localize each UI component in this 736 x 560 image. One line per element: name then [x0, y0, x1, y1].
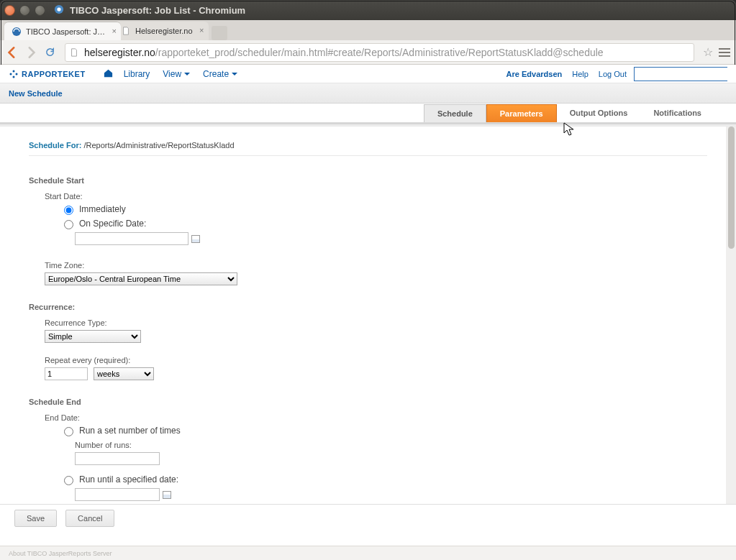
svg-point-6 [16, 73, 18, 75]
bookmark-star-icon[interactable]: ☆ [703, 45, 713, 59]
menu-view[interactable]: View [163, 69, 190, 79]
tab-close-icon[interactable]: × [112, 27, 117, 35]
tab-close-icon[interactable]: × [199, 26, 204, 35]
repeat-every-label: Repeat every (required): [45, 356, 707, 364]
home-icon[interactable] [103, 68, 114, 81]
help-link[interactable]: Help [572, 70, 589, 78]
cancel-button[interactable]: Cancel [65, 510, 114, 527]
radio-set-number[interactable] [64, 427, 73, 436]
logout-link[interactable]: Log Out [599, 70, 627, 78]
calendar-icon[interactable] [163, 491, 171, 499]
search-input[interactable] [635, 68, 736, 81]
scrollbar-track[interactable] [726, 127, 736, 517]
app-page: RAPPORTEKET Library View Create Are Edva… [0, 65, 736, 546]
svg-point-3 [10, 73, 12, 75]
option-immediately-label: Immediately [79, 204, 126, 214]
url-host: helseregister.no [84, 47, 155, 58]
timezone-label: Time Zone: [45, 261, 707, 270]
tab-schedule[interactable]: Schedule [424, 104, 486, 122]
schedule-for-label: Schedule For: [29, 141, 81, 150]
calendar-icon[interactable] [191, 235, 200, 243]
radio-immediately[interactable] [64, 206, 73, 215]
svg-point-5 [13, 75, 15, 78]
radio-until-date[interactable] [64, 476, 73, 485]
number-of-runs-input[interactable] [75, 452, 160, 465]
start-date-label: Start Date: [45, 192, 707, 201]
option-until-date-label: Run until a specified date: [79, 474, 178, 485]
back-button[interactable] [4, 45, 20, 60]
window-close-button[interactable] [4, 5, 15, 16]
schedule-for-line: Schedule For: /Reports/Administrative/Re… [29, 141, 707, 156]
app-logo[interactable]: RAPPORTEKET [9, 69, 86, 79]
menu-library[interactable]: Library [124, 69, 150, 79]
until-date-input[interactable] [75, 488, 160, 501]
logo-text: RAPPORTEKET [22, 70, 86, 78]
tab-output-options[interactable]: Output Options [557, 104, 641, 121]
tab-notifications[interactable]: Notifications [640, 104, 714, 121]
option-set-number-label: Run a set number of times [79, 426, 181, 436]
browser-menu-button[interactable] [717, 48, 732, 57]
status-text: About TIBCO JasperReports Server [9, 550, 112, 557]
repeat-value-input[interactable] [45, 367, 88, 380]
section-schedule-start: Schedule Start [29, 176, 707, 185]
specific-date-input[interactable] [75, 232, 188, 245]
reload-button[interactable] [42, 45, 58, 60]
window-title: TIBCO Jaspersoft: Job List - Chromium [70, 5, 245, 16]
recurrence-type-select[interactable]: Simple [45, 330, 141, 343]
browser-tab-background[interactable]: Helseregister.no × [114, 22, 209, 40]
breadcrumb: New Schedule [9, 89, 63, 98]
tab-parameters[interactable]: Parameters [486, 104, 557, 122]
app-topbar: RAPPORTEKET Library View Create Are Edva… [0, 65, 736, 83]
browser-tab-label: TIBCO Jaspersoft: J… [26, 27, 105, 36]
page-icon [70, 47, 80, 58]
address-bar[interactable]: helseregister.no/rapporteket_prod/schedu… [65, 43, 694, 62]
option-on-specific-date-label: On Specific Date: [79, 219, 146, 229]
app-icon [54, 4, 64, 17]
menu-create[interactable]: Create [203, 69, 237, 79]
browser-tabstrip: TIBCO Jaspersoft: J… × Helseregister.no … [0, 20, 736, 40]
favicon-icon [12, 27, 22, 37]
svg-point-1 [57, 7, 60, 11]
user-name[interactable]: Are Edvardsen [506, 70, 563, 78]
browser-tab-label: Helseregister.no [135, 27, 193, 35]
search-field[interactable] [634, 67, 727, 81]
radio-on-specific-date[interactable] [64, 220, 73, 229]
window-maximize-button[interactable] [35, 5, 45, 16]
status-bar: About TIBCO JasperReports Server [0, 546, 736, 560]
footer-bar: Save Cancel [0, 504, 736, 531]
recurrence-type-label: Recurrence Type: [45, 318, 707, 327]
browser-toolbar: helseregister.no/rapporteket_prod/schedu… [0, 40, 736, 65]
new-tab-button[interactable] [212, 26, 227, 40]
browser-tab-active[interactable]: TIBCO Jaspersoft: J… × [4, 22, 121, 40]
scrollbar-thumb[interactable] [728, 127, 735, 249]
window-titlebar: TIBCO Jaspersoft: Job List - Chromium [0, 0, 736, 20]
logo-icon [9, 69, 19, 79]
url-path: /rapporteket_prod/scheduler/main.html#cr… [155, 47, 604, 58]
end-date-label: End Date: [45, 413, 707, 422]
save-button[interactable]: Save [14, 510, 57, 527]
section-schedule-end: Schedule End [29, 398, 707, 406]
timezone-select[interactable]: Europe/Oslo - Central European Time [45, 272, 237, 285]
sub-header: New Schedule [0, 83, 736, 104]
forward-button[interactable] [23, 45, 39, 60]
svg-point-4 [13, 70, 15, 72]
page-tab-row: Schedule Parameters Output Options Notif… [0, 104, 736, 124]
window-minimize-button[interactable] [19, 5, 30, 16]
content-scroll-area: Schedule For: /Reports/Administrative/Re… [0, 127, 736, 517]
schedule-for-path: /Reports/Administrative/ReportStatusKlad… [83, 141, 234, 150]
number-of-runs-label: Number of runs: [75, 441, 707, 449]
section-recurrence: Recurrence: [29, 303, 707, 311]
page-icon [121, 26, 131, 36]
repeat-unit-select[interactable]: weeks [94, 367, 154, 380]
